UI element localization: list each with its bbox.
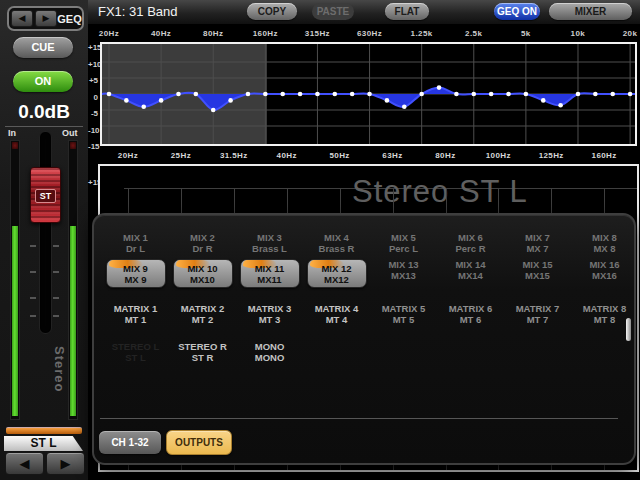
output-matrix-5-label: MT 5 [370, 314, 437, 325]
band-handle-25[interactable] [124, 98, 129, 103]
band-handle-1k[interactable] [402, 105, 407, 110]
freq-tick-315Hz: 315Hz [297, 29, 337, 38]
output-mix-14-label: MX14 [437, 270, 504, 281]
output-mix-12[interactable]: MIX 12MX12 [303, 259, 370, 288]
band-handle-20[interactable] [107, 92, 112, 97]
band-handle-800[interactable] [385, 98, 390, 103]
output-mix-13-name: MIX 13 [370, 259, 437, 270]
output-matrix-3[interactable]: MATRIX 3MT 3 [236, 303, 303, 325]
output-matrix-1[interactable]: MATRIX 1MT 1 [102, 303, 169, 325]
band-handle-630[interactable] [367, 92, 372, 97]
band-handle-20k[interactable] [628, 92, 633, 97]
band-handle-40[interactable] [159, 98, 164, 103]
scrollbar-thumb[interactable] [626, 318, 631, 341]
output-mix-9[interactable]: MIX 9MX 9 [102, 259, 169, 288]
band-handle-12.5k[interactable] [593, 92, 598, 97]
output-matrix-4-label: MT 4 [303, 314, 370, 325]
output-mix-11-button[interactable]: MIX 11MX11 [240, 259, 300, 288]
output-matrix-2[interactable]: MATRIX 2MT 2 [169, 303, 236, 325]
output-mix-16-name: MIX 16 [571, 259, 638, 270]
output-mix-16: MIX 16MX16 [571, 259, 638, 281]
input-level-meter [10, 140, 20, 420]
tab-ch-1-32[interactable]: CH 1-32 [99, 431, 161, 454]
gain-tick-+15: +15 [88, 43, 98, 52]
output-stereo-r[interactable]: STEREO RST R [169, 341, 236, 363]
band-handle-4k[interactable] [506, 92, 511, 97]
output-mix-9-button[interactable]: MIX 9MX 9 [106, 259, 166, 288]
band-handle-63[interactable] [194, 92, 199, 97]
band-handle-100[interactable] [228, 98, 233, 103]
mixer-button[interactable]: MIXER [549, 3, 632, 20]
fader-track[interactable] [39, 131, 52, 334]
output-stereo-l[interactable]: STEREO LST L [102, 341, 169, 363]
on-button[interactable]: ON [13, 71, 73, 92]
left-arrow-icon[interactable]: ◀ [11, 10, 33, 27]
header-bar: FX1: 31 Band COPY PASTE FLAT GEQ ON MIXE… [88, 0, 640, 25]
output-mix-15-name: MIX 15 [504, 259, 571, 270]
band-handle-200[interactable] [280, 92, 285, 97]
eq-curve-plot[interactable] [100, 42, 637, 146]
output-mix-12-name: MIX 12 [308, 263, 366, 274]
output-mix-9-name: MIX 9 [107, 263, 165, 274]
output-mix-10-button[interactable]: MIX 10MX10 [173, 259, 233, 288]
output-matrix-1-label: MT 1 [102, 314, 169, 325]
output-mix-10[interactable]: MIX 10MX10 [169, 259, 236, 288]
band-handle-80[interactable] [211, 108, 216, 113]
band-handle-125[interactable] [246, 92, 251, 97]
fader-cap-label: ST [35, 189, 56, 203]
channel-color-bar [6, 427, 82, 434]
output-mix-11-label: MX11 [241, 274, 299, 285]
output-mix-15: MIX 15MX15 [504, 259, 571, 281]
output-matrix-2-name: MATRIX 2 [169, 303, 236, 314]
band-handle-50[interactable] [176, 92, 181, 97]
band-handle-5k[interactable] [524, 92, 529, 97]
prev-channel-button[interactable]: ◀ [5, 452, 44, 475]
band-handle-2k[interactable] [454, 92, 459, 97]
paste-button[interactable]: PASTE [312, 3, 354, 20]
next-channel-button[interactable]: ▶ [46, 452, 85, 475]
band-handle-2.5k[interactable] [471, 92, 476, 97]
output-matrix-5[interactable]: MATRIX 5MT 5 [370, 303, 437, 325]
output-mix-11[interactable]: MIX 11MX11 [236, 259, 303, 288]
band-handle-31.5[interactable] [141, 105, 146, 110]
band-handle-3.15k[interactable] [489, 92, 494, 97]
output-mix-12-button[interactable]: MIX 12MX12 [307, 259, 367, 288]
output-matrix-4[interactable]: MATRIX 4MT 4 [303, 303, 370, 325]
band-handle-1.6k[interactable] [437, 85, 442, 90]
eq-curve-svg [102, 44, 635, 144]
cue-button[interactable]: CUE [13, 37, 73, 58]
band-handle-16k[interactable] [610, 92, 615, 97]
fader-cap[interactable]: ST [30, 167, 61, 223]
band-handle-500[interactable] [350, 92, 355, 97]
fader-tick [53, 297, 59, 299]
fader-tick [53, 315, 59, 317]
fader-tick [30, 245, 36, 247]
output-level-meter [68, 140, 78, 420]
output-matrix-7[interactable]: MATRIX 7MT 7 [504, 303, 571, 325]
band-handle-6.3k[interactable] [541, 98, 546, 103]
left-arrow-icon: ◀ [20, 456, 30, 471]
right-arrow-icon[interactable]: ▶ [35, 10, 57, 27]
output-mix-7: MIX 7MX 7 [504, 232, 571, 254]
band-handle-8k[interactable] [558, 103, 563, 108]
band-handle-10k[interactable] [576, 92, 581, 97]
band-handle-160[interactable] [263, 92, 268, 97]
copy-button[interactable]: COPY [247, 3, 297, 20]
tab-outputs[interactable]: OUTPUTS [166, 430, 232, 455]
meter-out-label: Out [62, 128, 78, 138]
geq-on-toggle[interactable]: GEQ ON [494, 3, 540, 20]
output-mono[interactable]: MONOMONO [236, 341, 303, 363]
band-handle-400[interactable] [333, 92, 338, 97]
flat-button[interactable]: FLAT [385, 3, 429, 20]
ruler-tick-125Hz: 125Hz [525, 151, 577, 160]
channel-tag[interactable]: ST L [4, 436, 83, 451]
right-arrow-icon: ▶ [61, 456, 71, 471]
fader-tick [30, 271, 36, 273]
band-handle-315[interactable] [315, 92, 320, 97]
meter-level-fill [70, 226, 76, 416]
band-handle-250[interactable] [298, 92, 303, 97]
output-mix-10-name: MIX 10 [174, 263, 232, 274]
ruler-tick-80Hz: 80Hz [419, 151, 471, 160]
output-matrix-6[interactable]: MATRIX 6MT 6 [437, 303, 504, 325]
band-handle-1.25k[interactable] [419, 92, 424, 97]
